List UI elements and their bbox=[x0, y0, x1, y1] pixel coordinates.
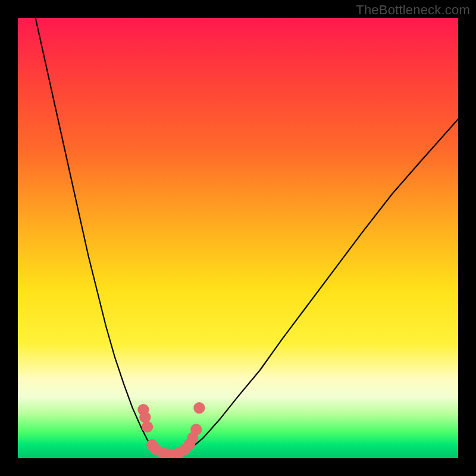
watermark-text: TheBottleneck.com bbox=[356, 2, 470, 18]
data-marker bbox=[139, 412, 151, 423]
curve-layer bbox=[36, 18, 458, 458]
data-marker bbox=[190, 424, 202, 435]
curve-left-curve bbox=[36, 18, 172, 458]
marker-layer bbox=[137, 402, 205, 458]
chart-svg bbox=[18, 18, 458, 458]
curve-right-curve bbox=[172, 119, 458, 457]
chart-frame: TheBottleneck.com bbox=[0, 0, 476, 476]
data-marker bbox=[142, 421, 153, 433]
data-marker bbox=[193, 402, 205, 414]
plot-area bbox=[18, 18, 458, 458]
